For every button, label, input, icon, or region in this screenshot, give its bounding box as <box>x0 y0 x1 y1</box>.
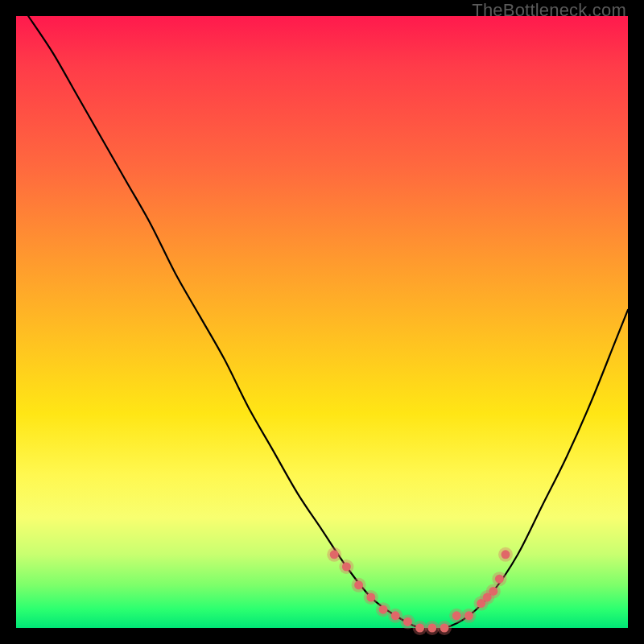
watermark-text: TheBottleneck.com <box>472 0 626 21</box>
chart-svg <box>16 16 628 628</box>
bottleneck-curve <box>28 16 628 630</box>
marker-dot <box>489 587 497 596</box>
marker-dot <box>440 624 449 633</box>
marker-dot <box>415 624 424 633</box>
chart-frame <box>16 16 628 628</box>
marker-dot <box>495 575 504 584</box>
marker-dot <box>330 550 339 559</box>
marker-dot <box>403 617 412 626</box>
highlight-markers <box>327 547 513 635</box>
marker-dot <box>354 580 363 589</box>
marker-dot <box>379 605 388 614</box>
marker-dot <box>502 550 510 559</box>
marker-dot <box>342 563 351 572</box>
marker-dot <box>464 611 473 620</box>
marker-dot <box>427 624 436 633</box>
marker-dot <box>452 611 461 620</box>
marker-dot <box>391 611 400 620</box>
marker-dot <box>366 593 375 602</box>
